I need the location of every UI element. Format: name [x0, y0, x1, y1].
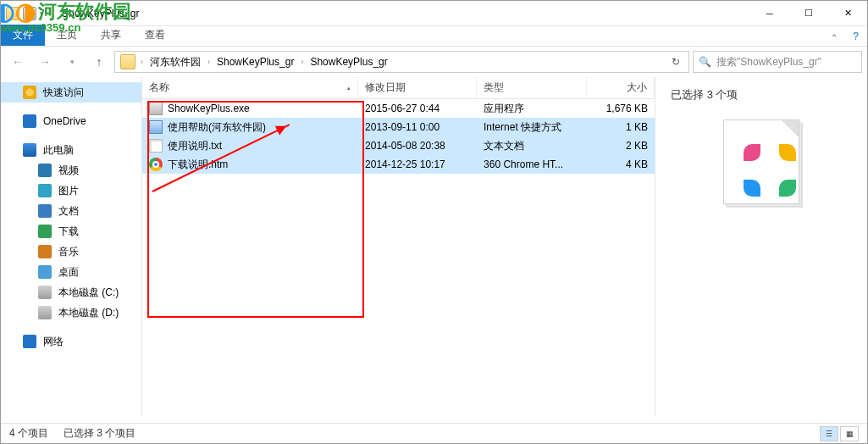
column-headers: 名称▴ 修改日期 类型 大小	[142, 77, 655, 99]
sidebar-item-label: 网络	[43, 335, 64, 349]
file-name: 下载说明.htm	[168, 158, 228, 172]
qat-chevron-icon[interactable]: ▾	[40, 9, 44, 18]
tab-view[interactable]: 查看	[133, 25, 177, 46]
file-row[interactable]: 下载说明.htm 2014-12-25 10:17 360 Chrome HT.…	[142, 155, 655, 174]
col-type[interactable]: 类型	[477, 77, 587, 98]
qat-icon[interactable]	[23, 7, 36, 20]
sidebar-item-label: 图片	[58, 184, 79, 198]
file-date: 2014-05-08 20:38	[358, 140, 477, 152]
file-name: 使用说明.txt	[168, 139, 222, 153]
ribbon-collapse-icon[interactable]: ⌃	[826, 33, 848, 46]
help-icon[interactable]: ?	[848, 31, 867, 46]
col-size[interactable]: 大小	[587, 77, 655, 98]
exe-icon	[149, 102, 163, 115]
chevron-right-icon[interactable]: ›	[299, 58, 305, 66]
disk-icon	[38, 306, 52, 319]
maximize-button[interactable]: ☐	[789, 1, 828, 26]
network-icon	[23, 335, 36, 348]
search-icon: 🔍	[699, 56, 711, 68]
sidebar-item-onedrive[interactable]: OneDrive	[1, 111, 141, 131]
folder-icon	[120, 54, 135, 69]
txt-icon	[149, 139, 163, 153]
sidebar-item-pictures[interactable]: 图片	[1, 180, 141, 201]
file-type: 应用程序	[477, 102, 587, 116]
file-type: 文本文档	[477, 139, 587, 153]
refresh-icon[interactable]: ↻	[665, 56, 687, 68]
sidebar-item-label: 快速访问	[43, 86, 84, 100]
sidebar-item-label: 本地磁盘 (C:)	[58, 286, 119, 300]
sidebar-item-music[interactable]: 音乐	[1, 241, 141, 262]
minimize-button[interactable]: ─	[750, 1, 789, 26]
search-input[interactable]: 🔍 搜索"ShowKeyPlus_gr"	[693, 51, 862, 73]
sidebar-item-this-pc[interactable]: 此电脑	[1, 140, 141, 160]
crumb-2[interactable]: ShowKeyPlus_gr	[305, 56, 392, 68]
tab-share[interactable]: 共享	[89, 25, 133, 46]
recent-chevron-icon[interactable]: ▾	[60, 50, 84, 74]
chevron-right-icon[interactable]: ›	[139, 58, 145, 66]
file-row[interactable]: ShowKeyPlus.exe 2015-06-27 0:44 应用程序 1,6…	[142, 99, 655, 118]
sidebar-item-label: 本地磁盘 (D:)	[58, 306, 119, 320]
file-type: 360 Chrome HT...	[477, 158, 587, 170]
download-icon	[38, 225, 52, 238]
pinwheel-icon	[744, 144, 779, 180]
sidebar-item-documents[interactable]: 文档	[1, 201, 141, 221]
picture-icon	[38, 184, 52, 197]
star-icon	[23, 86, 36, 99]
file-row[interactable]: 使用帮助(河东软件园) 2013-09-11 0:00 Internet 快捷方…	[142, 118, 655, 136]
forward-button[interactable]: →	[33, 50, 57, 74]
sidebar-item-downloads[interactable]: 下载	[1, 221, 141, 241]
file-size: 4 KB	[587, 158, 655, 170]
file-rows: ShowKeyPlus.exe 2015-06-27 0:44 应用程序 1,6…	[142, 99, 655, 174]
breadcrumb[interactable]: › 河东软件园 › ShowKeyPlus_gr › ShowKeyPlus_g…	[114, 51, 689, 73]
view-details-button[interactable]: ☰	[820, 426, 838, 441]
sidebar-item-label: 音乐	[58, 245, 79, 259]
pc-icon	[23, 143, 36, 157]
view-large-button[interactable]: ▦	[840, 426, 859, 441]
tab-home[interactable]: 主页	[45, 25, 89, 46]
sidebar-item-label: 此电脑	[43, 143, 74, 158]
status-selected: 已选择 3 个项目	[64, 426, 135, 441]
file-date: 2013-09-11 0:00	[358, 121, 477, 133]
sidebar-item-desktop[interactable]: 桌面	[1, 262, 141, 282]
file-name: ShowKeyPlus.exe	[168, 103, 250, 114]
crumb-1[interactable]: ShowKeyPlus_gr	[212, 56, 299, 68]
disk-icon	[38, 286, 52, 299]
tab-file[interactable]: 文件	[1, 25, 45, 46]
back-button[interactable]: ←	[6, 50, 30, 74]
sidebar-item-network[interactable]: 网络	[1, 331, 141, 352]
file-name: 使用帮助(河东软件园)	[168, 120, 266, 135]
file-size: 1 KB	[587, 121, 655, 133]
sidebar-item-disk-c[interactable]: 本地磁盘 (C:)	[1, 282, 141, 302]
address-bar-row: ← → ▾ ↑ › 河东软件园 › ShowKeyPlus_gr › ShowK…	[1, 47, 867, 77]
file-list: 名称▴ 修改日期 类型 大小 ShowKeyPlus.exe 2015-06-2…	[142, 77, 655, 416]
main-area: 快速访问 OneDrive 此电脑 视频 图片 文档 下载 音乐 桌面 本地磁盘…	[1, 77, 867, 416]
file-date: 2014-12-25 10:17	[358, 158, 477, 170]
sidebar-item-label: OneDrive	[43, 115, 86, 127]
chevron-right-icon[interactable]: ›	[206, 58, 212, 66]
cloud-icon	[23, 114, 36, 128]
url-icon	[149, 120, 163, 134]
sidebar-item-disk-d[interactable]: 本地磁盘 (D:)	[1, 302, 141, 323]
col-date[interactable]: 修改日期	[358, 77, 477, 98]
sidebar-item-quick-access[interactable]: 快速访问	[1, 82, 141, 103]
document-icon	[38, 204, 52, 218]
preview-thumbnail	[723, 119, 799, 204]
crumb-0[interactable]: 河东软件园	[145, 55, 206, 69]
file-type: Internet 快捷方式	[477, 120, 587, 135]
chrome-icon	[149, 158, 163, 171]
status-bar: 4 个项目 已选择 3 个项目 ☰ ▦	[1, 423, 867, 443]
sidebar: 快速访问 OneDrive 此电脑 视频 图片 文档 下载 音乐 桌面 本地磁盘…	[1, 77, 142, 416]
video-icon	[38, 164, 52, 177]
preview-pane: 已选择 3 个项	[655, 77, 867, 416]
sidebar-item-label: 下载	[58, 225, 79, 239]
close-button[interactable]: ✕	[828, 1, 867, 26]
up-button[interactable]: ↑	[87, 50, 111, 74]
col-name[interactable]: 名称▴	[142, 77, 358, 98]
file-size: 2 KB	[587, 140, 655, 152]
window-title: ShowKeyPlus_gr	[58, 8, 139, 19]
status-count: 4 个项目	[9, 426, 48, 441]
sidebar-item-label: 文档	[58, 204, 79, 219]
sidebar-item-videos[interactable]: 视频	[1, 160, 141, 180]
file-row[interactable]: 使用说明.txt 2014-05-08 20:38 文本文档 2 KB	[142, 136, 655, 155]
file-date: 2015-06-27 0:44	[358, 103, 477, 114]
